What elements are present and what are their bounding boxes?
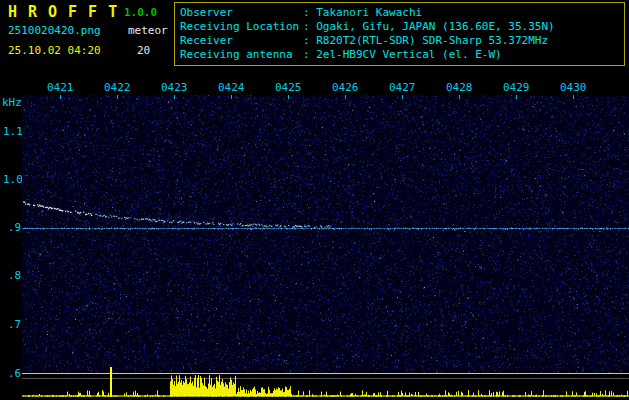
freq-label-0-7: .7 [8,318,21,331]
time-label-0425: 0425 [275,81,302,94]
info-row-receiver: Receiver: R820T2(RTL-SDR) SDR-Sharp 53.3… [180,34,619,48]
info-value-location: : Ogaki, Gifu, JAPAN (136.60E, 35.35N) [303,20,555,33]
time-label-0423: 0423 [161,81,188,94]
output-filename: 2510020420.png [8,24,101,37]
time-label-0421: 0421 [47,81,74,94]
time-label-0424: 0424 [218,81,245,94]
freq-label-0-6: .6 [8,367,21,380]
info-label-location: Receiving Location [180,20,303,34]
info-row-antenna: Receiving antenna: 2el-HB9CV Vertical (e… [180,48,619,62]
info-row-observer: Observer: Takanori Kawachi [180,6,619,20]
hrofft-window: HROFFT 1.0.0 2510020420.png meteor 25.10… [0,0,629,400]
info-value-observer: : Takanori Kawachi [303,6,422,19]
freq-axis-unit: kHz [2,96,22,109]
info-value-receiver: : R820T2(RTL-SDR) SDR-Sharp 53.372MHz [303,34,548,47]
mode-label: meteor [128,24,168,37]
freq-label-0-9: .9 [8,221,21,234]
info-row-location: Receiving Location: Ogaki, Gifu, JAPAN (… [180,20,619,34]
time-label-0429: 0429 [503,81,530,94]
echo-count: 20 [137,44,150,57]
station-info-panel: Observer: Takanori Kawachi Receiving Loc… [174,2,625,66]
time-label-0426: 0426 [332,81,359,94]
timestamp: 25.10.02 04:20 [8,44,101,57]
info-label-antenna: Receiving antenna [180,48,303,62]
spectrogram-canvas [22,95,629,400]
app-title: HROFFT [8,3,128,21]
time-label-0427: 0427 [389,81,416,94]
freq-label-0-8: .8 [8,269,21,282]
time-label-0422: 0422 [104,81,131,94]
info-label-observer: Observer [180,6,303,20]
info-label-receiver: Receiver [180,34,303,48]
time-label-0430: 0430 [560,81,587,94]
freq-label-1-1: 1.1 [3,125,23,138]
info-value-antenna: : 2el-HB9CV Vertical (el. E-W) [303,48,502,61]
freq-label-1-0: 1.0 [3,173,23,186]
time-label-0428: 0428 [446,81,473,94]
app-version: 1.0.0 [124,6,157,19]
